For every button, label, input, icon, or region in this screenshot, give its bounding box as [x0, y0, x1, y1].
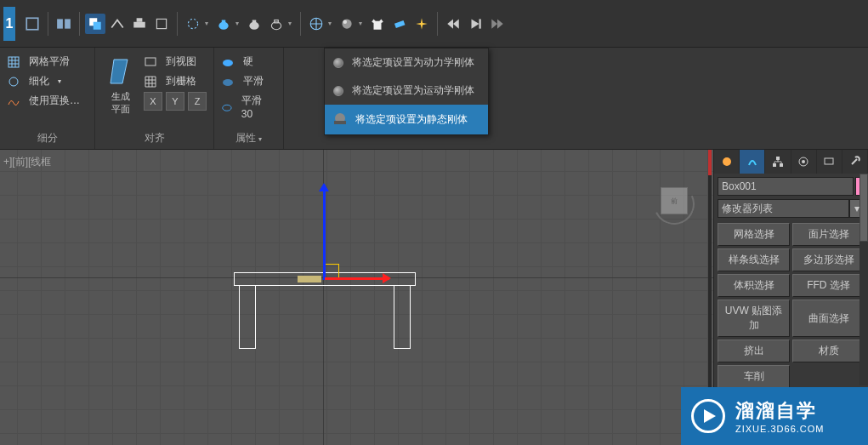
uvw-add-btn[interactable]: UVW 贴图添加	[718, 300, 790, 337]
watermark-play-icon	[691, 399, 725, 433]
tab-create[interactable]	[714, 150, 740, 174]
lathe-btn[interactable]: 车削	[718, 365, 790, 388]
watermark-title: 溜溜自学	[735, 398, 824, 424]
to-view-icon	[144, 55, 157, 69]
object-name-input[interactable]	[718, 177, 854, 196]
gizmo-y-axis[interactable]	[323, 185, 326, 280]
move-gizmo-handle[interactable]	[298, 276, 321, 282]
align-z-btn[interactable]: Z	[188, 92, 207, 111]
teapot-btn-2[interactable]	[244, 14, 264, 34]
svg-rect-29	[776, 157, 780, 160]
tab-modify[interactable]	[740, 150, 765, 174]
smooth30-icon	[221, 100, 233, 114]
viewport-front[interactable]: +][前][线框 前	[0, 150, 713, 445]
svg-rect-12	[252, 20, 257, 22]
teapot-btn-1[interactable]	[213, 14, 234, 34]
svg-point-11	[249, 21, 258, 29]
ribbon-group-align: 生成 平面 到视图 到栅格 X Y Z 对齐	[95, 48, 214, 149]
tool-btn-7[interactable]	[183, 14, 203, 34]
svg-point-28	[723, 157, 731, 166]
meshsmooth-btn[interactable]: 网格平滑	[24, 53, 75, 71]
displace-btn[interactable]: 使用置换…	[24, 92, 85, 110]
hard-btn[interactable]: 硬	[238, 53, 258, 71]
main-toolbar: 1 ▾ ▾ ▾ ▾ ▾	[0, 0, 868, 48]
spline-select-btn[interactable]: 样条线选择	[718, 248, 790, 271]
svg-point-17	[343, 20, 348, 24]
play-btn[interactable]	[465, 14, 485, 34]
svg-rect-4	[94, 21, 101, 29]
tool-btn-4[interactable]	[107, 14, 128, 34]
hard-icon	[221, 55, 235, 69]
dropdown-label: 将选定项设置为动力学刚体	[352, 55, 474, 70]
align-y-btn[interactable]: Y	[166, 92, 184, 111]
dropdown-arrow-icon[interactable]: ▾	[328, 20, 335, 27]
tab-utilities[interactable]	[842, 150, 868, 174]
svg-rect-18	[394, 20, 405, 27]
svg-rect-0	[26, 18, 38, 30]
viewcube[interactable]: 前	[654, 184, 695, 225]
tab-motion[interactable]	[791, 150, 817, 174]
mesh-select-btn[interactable]: 网格选择	[718, 223, 790, 246]
to-grid-btn[interactable]: 到栅格	[161, 72, 201, 90]
rewind-btn[interactable]	[443, 14, 463, 34]
globe-btn[interactable]	[306, 14, 326, 34]
panel-scrollbar[interactable]	[859, 174, 868, 385]
ribbon-group-subdivide: 网格平滑 细化▾ 使用置换… 细分	[0, 48, 95, 149]
tool-btn-6[interactable]	[151, 14, 172, 34]
svg-rect-7	[156, 19, 166, 28]
forward-btn[interactable]	[487, 14, 508, 34]
tool-btn-2[interactable]	[54, 14, 74, 34]
watermark-url: ZIXUE.3D66.COM	[735, 424, 824, 434]
svg-rect-34	[825, 158, 833, 164]
svg-rect-5	[133, 21, 145, 27]
refine-btn[interactable]: 细化	[24, 72, 54, 90]
svg-point-25	[223, 105, 231, 111]
watermark: 溜溜自学 ZIXUE.3D66.COM	[681, 387, 868, 445]
viewport-grid	[0, 150, 713, 445]
smooth-btn[interactable]: 平滑	[238, 72, 269, 90]
svg-rect-10	[222, 20, 226, 22]
dropdown-item-kinematic[interactable]: 将选定项设置为运动学刚体	[325, 77, 488, 105]
dropdown-arrow-icon[interactable]: ▾	[205, 20, 212, 27]
smooth30-btn[interactable]: 平滑 30	[236, 92, 276, 122]
svg-point-8	[188, 19, 197, 28]
radio-icon	[333, 86, 343, 96]
ffd-select-btn[interactable]: FFD 选择	[792, 274, 865, 297]
shirt-btn[interactable]	[367, 14, 388, 34]
dropdown-arrow-icon[interactable]: ▾	[359, 20, 366, 27]
eraser-btn[interactable]	[389, 14, 410, 34]
vol-select-btn[interactable]: 体积选择	[718, 274, 790, 297]
material-btn[interactable]: 材质	[792, 339, 865, 362]
tab-display[interactable]	[817, 150, 842, 174]
poly-select-btn[interactable]: 多边形选择	[792, 248, 865, 271]
extrude-btn[interactable]: 挤出	[718, 339, 790, 362]
to-view-btn[interactable]: 到视图	[161, 53, 201, 71]
gen-plane-btn[interactable]: 生成 平面	[102, 53, 139, 119]
dropdown-arrow-icon[interactable]: ▾	[288, 20, 295, 27]
svg-point-9	[218, 21, 228, 29]
dropdown-arrow-icon[interactable]: ▾	[235, 20, 242, 27]
tool-btn-1[interactable]	[22, 14, 43, 34]
tool-btn-3[interactable]	[85, 14, 105, 34]
svg-rect-1	[57, 19, 63, 28]
sphere-btn[interactable]	[337, 14, 357, 34]
teapot-btn-3[interactable]	[266, 14, 286, 34]
group-label: 细分	[7, 129, 88, 147]
align-x-btn[interactable]: X	[144, 92, 162, 111]
svg-rect-27	[334, 121, 346, 124]
tab-hierarchy[interactable]	[765, 150, 791, 174]
dropdown-item-dynamic[interactable]: 将选定项设置为动力学刚体	[325, 48, 488, 77]
smooth-icon	[221, 75, 235, 88]
modifier-list-select[interactable]: 修改器列表	[718, 199, 849, 218]
dropdown-item-static[interactable]: 将选定项设置为静态刚体	[325, 105, 488, 134]
tool-btn-5[interactable]	[129, 14, 150, 34]
dropdown-label: 将选定项设置为运动学刚体	[352, 83, 474, 98]
gizmo-x-axis[interactable]	[325, 277, 389, 280]
viewport-label[interactable]: +][前][线框	[3, 155, 51, 169]
sparkle-btn[interactable]	[411, 14, 432, 34]
static-icon	[333, 111, 347, 128]
surf-select-btn[interactable]: 曲面选择	[792, 300, 865, 337]
svg-point-23	[223, 60, 233, 66]
patch-select-btn[interactable]: 面片选择	[792, 223, 865, 246]
group-label: 对齐	[102, 129, 207, 147]
